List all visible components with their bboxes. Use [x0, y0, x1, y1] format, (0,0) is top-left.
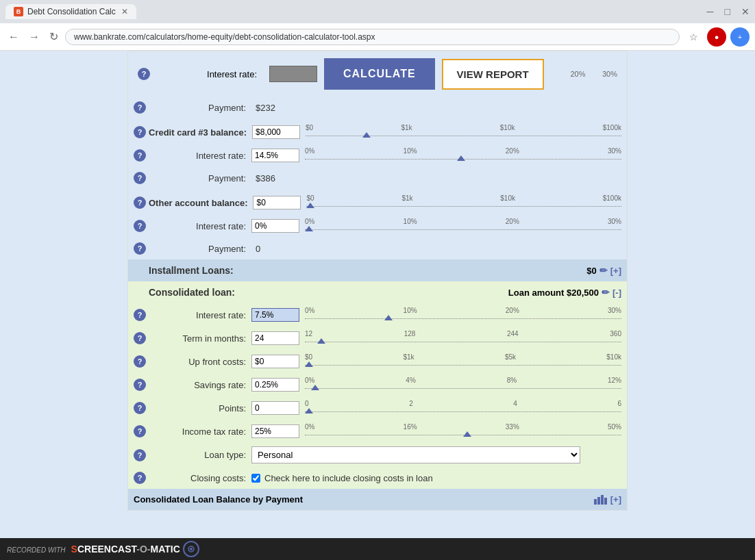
maximize-icon[interactable]: □ — [725, 6, 730, 17]
svg-point-5 — [190, 548, 193, 550]
back-button[interactable]: ← — [5, 28, 22, 46]
cons-savings-input[interactable] — [251, 378, 299, 392]
other-interest-slider[interactable]: 0%10%20%30% — [305, 218, 621, 234]
cons-savings-row: ? Savings rate: 0%4%8%12% — [128, 373, 627, 396]
svg-rect-2 — [601, 495, 604, 505]
view-report-button[interactable]: VIEW REPORT — [442, 59, 544, 90]
cons-points-label: Points: — [149, 403, 251, 413]
refresh-button[interactable]: ↻ — [47, 27, 61, 46]
help-icon-cons-int[interactable]: ? — [134, 309, 146, 321]
cons-upfront-label: Up front costs: — [149, 357, 251, 367]
cc3-payment-value: $386 — [251, 173, 299, 183]
cons-loantype-row: ? Loan type: Personal Home Equity Auto — [128, 443, 627, 467]
cons-points-input[interactable] — [251, 401, 299, 415]
cc3-interest-input[interactable] — [251, 149, 299, 162]
cons-interest-input[interactable] — [251, 308, 299, 322]
installment-loans-title: Installment Loans: — [149, 265, 234, 276]
cc3-payment-label: Payment: — [149, 173, 251, 183]
cons-tax-slider[interactable]: 0%16%33%50% — [305, 423, 621, 440]
svg-rect-1 — [597, 497, 600, 505]
interest-rate-label-top: Interest rate: — [160, 69, 262, 79]
cc3-balance-input[interactable] — [252, 125, 300, 139]
payment-row-top: ? Payment: $232 — [128, 97, 627, 118]
installment-amount: $0 — [586, 266, 596, 276]
chart-icon-area[interactable]: [+] — [594, 494, 621, 505]
loan-edit-icon[interactable]: ✏ — [602, 287, 610, 298]
cons-upfront-input[interactable] — [251, 355, 299, 368]
chart-title: Consolidated Loan Balance by Payment — [134, 494, 303, 505]
bar-chart-icon — [594, 495, 608, 505]
extension-btn-2[interactable]: + — [730, 27, 750, 47]
other-balance-row: ? Other account balance: $0$1k$10k$100k — [128, 189, 627, 214]
cc3-interest-slider[interactable]: 0%10%20%30% — [305, 147, 621, 164]
cc3-balance-label: Credit card #3 balance: — [149, 127, 252, 138]
help-icon-cons-tax[interactable]: ? — [134, 425, 146, 437]
other-interest-input[interactable] — [251, 219, 299, 233]
cons-interest-slider[interactable]: 0%10%20%30% — [305, 307, 621, 323]
cons-closing-checkbox-label[interactable]: Check here to include closing costs in l… — [251, 473, 433, 483]
cons-upfront-row: ? Up front costs: $0$1k$5k$10k — [128, 350, 627, 373]
help-icon-cc3-int[interactable]: ? — [134, 149, 146, 162]
installment-edit-icon[interactable]: ✏ — [599, 265, 608, 276]
help-icon-other-int[interactable]: ? — [134, 220, 146, 232]
other-balance-input[interactable] — [253, 196, 301, 209]
slider-scale-top: 20% 30% — [551, 70, 617, 78]
cons-tax-input[interactable] — [251, 424, 299, 438]
cons-closing-row: ? Closing costs: Check here to include c… — [128, 467, 627, 489]
help-icon-payment-top[interactable]: ? — [134, 101, 146, 114]
other-balance-slider[interactable]: $0$1k$10k$100k — [306, 194, 621, 211]
chart-plus-btn[interactable]: [+] — [610, 494, 621, 505]
installment-plus-btn[interactable]: [+] — [610, 266, 621, 276]
address-bar[interactable] — [65, 29, 680, 45]
minimize-icon[interactable]: ─ — [707, 6, 714, 17]
other-balance-label: Other account balance: — [149, 198, 253, 208]
loan-minus-btn[interactable]: [-] — [612, 288, 621, 298]
help-icon-cons-closing[interactable]: ? — [134, 472, 146, 484]
cons-term-row: ? Term in months: 12128244360 — [128, 327, 627, 350]
browser-tab[interactable]: B Debt Consolidation Calc ✕ — [5, 4, 136, 19]
help-icon-1[interactable]: ? — [138, 68, 150, 80]
forward-button[interactable]: → — [26, 28, 42, 46]
help-icon-cc3[interactable]: ? — [134, 126, 146, 138]
cam-icon — [183, 541, 199, 557]
other-payment-label: Payment: — [149, 244, 251, 254]
watermark-logo: SCREENCAST-O-MATIC — [71, 541, 199, 557]
top-buttons-area: ? Interest rate: CALCULATE VIEW REPORT 2… — [128, 51, 627, 97]
cons-savings-slider[interactable]: 0%4%8%12% — [305, 377, 621, 393]
extension-btn-1[interactable]: ● — [707, 27, 726, 47]
payment-label-top: Payment: — [149, 103, 251, 113]
calculate-button[interactable]: CALCULATE — [324, 58, 435, 90]
cons-term-input[interactable] — [251, 331, 299, 345]
cc3-payment-row: ? Payment: $386 — [128, 167, 627, 189]
cons-upfront-slider[interactable]: $0$1k$5k$10k — [305, 353, 621, 370]
help-icon-other-pay[interactable]: ? — [134, 242, 146, 255]
help-icon-cons-term[interactable]: ? — [134, 332, 146, 344]
tab-title: Debt Consolidation Calc — [27, 7, 116, 16]
cons-points-slider[interactable]: 0246 — [305, 400, 621, 416]
bookmark-button[interactable]: ☆ — [684, 27, 703, 47]
consolidated-loan-header: Consolidated loan: Loan amount $20,500 ✏… — [128, 281, 627, 303]
cons-closing-checkbox[interactable] — [251, 474, 260, 483]
other-payment-value: 0 — [251, 244, 299, 254]
svg-rect-3 — [604, 498, 607, 505]
cons-term-slider[interactable]: 12128244360 — [305, 330, 621, 346]
cc3-interest-label: Interest rate: — [149, 151, 251, 161]
cc3-balance-slider[interactable]: $0$1k$10k$100k — [306, 124, 621, 140]
tab-close-btn[interactable]: ✕ — [121, 7, 128, 16]
cons-loantype-select[interactable]: Personal Home Equity Auto — [251, 446, 580, 463]
consolidated-loan-right: Loan amount $20,500 ✏ [-] — [508, 287, 621, 298]
help-icon-other[interactable]: ? — [134, 196, 146, 209]
help-icon-cons-upfront[interactable]: ? — [134, 355, 146, 368]
other-interest-label: Interest rate: — [149, 221, 251, 231]
interest-rate-input-top[interactable] — [269, 66, 317, 82]
help-icon-cons-savings[interactable]: ? — [134, 379, 146, 391]
cc3-balance-row: ? Credit card #3 balance: $0$1k$10k$100k — [128, 118, 627, 144]
help-icon-cons-points[interactable]: ? — [134, 402, 146, 414]
help-icon-cons-loantype[interactable]: ? — [134, 449, 146, 461]
other-interest-row: ? Interest rate: 0%10%20%30% — [128, 214, 627, 238]
close-icon[interactable]: ✕ — [741, 6, 750, 17]
cons-term-label: Term in months: — [149, 333, 251, 344]
help-icon-cc3-pay[interactable]: ? — [134, 172, 146, 184]
cons-tax-row: ? Income tax rate: 0%16%33%50% — [128, 420, 627, 443]
other-payment-row: ? Payment: 0 — [128, 238, 627, 259]
